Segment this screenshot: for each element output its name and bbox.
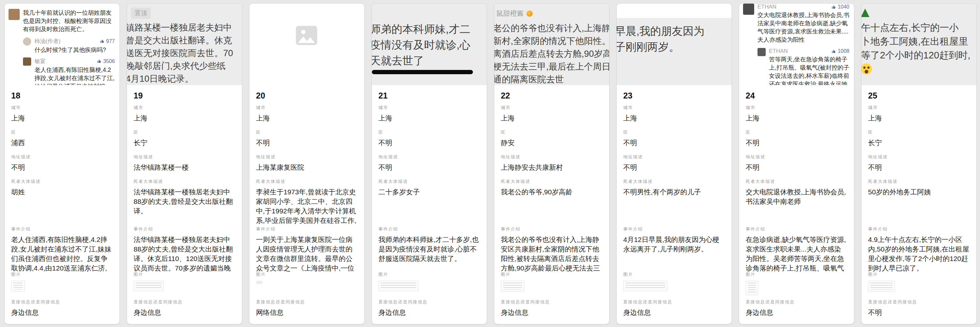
field-label-deceased: 死者大体描述 <box>134 179 235 185</box>
field-address: 地址描述 不明 <box>868 154 970 179</box>
field-label-address: 地址描述 <box>746 154 847 160</box>
field-label-address: 地址描述 <box>379 154 480 160</box>
cover-reply-comment: ETHAN1008苦等两天,坐在急诊角落的椅子上,打吊瓶、吸氧气(被封控的子女设… <box>757 48 850 85</box>
like-count: 3506 <box>103 59 115 64</box>
field-value-direct: 身边信息 <box>623 308 725 317</box>
field-label-city: 城市 <box>11 105 113 111</box>
tree-icon <box>862 8 869 17</box>
field-image: 图片 <box>501 271 603 299</box>
field-label-deceased: 死者大体描述 <box>868 179 970 185</box>
cover-text-line: 送医无对接医院而去世。70 <box>127 47 240 60</box>
death-record-card[interactable]: 早晨,我的朋友因为子刚刚两岁。 23 城市 上海 区 不明 地址描述 不明 死者… <box>617 3 732 324</box>
card-content: 20 城市 上海 区 不明 地址描述 上海某康复医院 死者大体描述 李昶生于19… <box>250 85 364 324</box>
field-city: 城市 上海 <box>11 105 113 129</box>
commenter-name: ETHAN <box>757 3 776 10</box>
field-deceased: 死者大体描述 法华镇路某楼一楼独居老夫妇中88岁的丈夫,曾经是交大出版社翻译。 <box>134 179 235 226</box>
comment-text: 老人住浦西,有陈旧性脑梗,4.2摔跤,女儿被封在浦东过不了江,妹妹们虽住浦西但也… <box>35 66 115 85</box>
cover-text-line: 卜地务工阿姨,在出租屋里 <box>862 35 974 48</box>
field-image: 图片 <box>379 271 480 299</box>
field-district: 区 长宁 <box>134 129 235 154</box>
field-deceased: 死者大体描述 交大电院退休教授,上海书协会员,书法家吴中南老师 <box>746 179 847 226</box>
field-event: 事件介绍 我师弟的本科师妹,才二十多岁,也是因为疫情没有及时就诊,心脏不舒服送医… <box>379 226 480 271</box>
crying-face-icon <box>862 63 872 75</box>
field-district: 区 不明 <box>623 129 725 154</box>
field-deceased: 死者大体描述 不明男性,有个两岁的儿子 <box>623 179 725 226</box>
field-deceased: 死者大体描述 我老公的爷爷,90岁高龄 <box>501 179 603 226</box>
field-event: 事件介绍 法华镇路某楼一楼独居老夫妇中88岁的丈夫,曾经是交大出版社翻译。休克后… <box>134 226 235 271</box>
field-value-event: 我老公的爷爷也没有计入,上海静安区共康新村,全家阴的情况下他阳性,被转去隔离酒店… <box>501 235 603 273</box>
death-record-card[interactable]: ETHAN1040交大电院退休教授,上海书协会员,书法家吴中南老师在急诊病逝,缺… <box>739 3 854 324</box>
field-value-deceased: 二十多岁女子 <box>379 187 480 197</box>
crying-emoji-line <box>862 62 974 78</box>
death-record-card[interactable]: 我几十年前就认识的一位胡姓朋友也是因为封控、核酸检测等原因没有得到及时救治而死亡… <box>5 3 119 324</box>
field-city: 城市 上海 <box>746 105 847 129</box>
field-value-deceased: 50岁的外地务工阿姨 <box>868 187 970 197</box>
field-label-event: 事件介绍 <box>11 226 113 232</box>
field-address: 地址描述 上海静安去共康新村 <box>501 154 603 179</box>
field-direct: 直接信息还是间接信息 身边信息 <box>379 299 480 317</box>
field-city: 城市 上海 <box>379 105 480 129</box>
card-number: 22 <box>501 90 603 105</box>
field-value-address: 不明 <box>868 163 970 172</box>
cover-text-line: 晚敲邻居门,央求代少些纸 <box>127 60 240 73</box>
field-label-direct: 直接信息还是间接信息 <box>11 299 113 305</box>
card-cover: 置顶镇路某楼一楼独居老夫妇中曾是交大出版社翻译。休克送医无对接医院而去世。70晚… <box>127 3 242 85</box>
cover-text-line: 疫情没有及时就诊,心 <box>372 37 485 53</box>
field-label-deceased: 死者大体描述 <box>623 179 725 185</box>
image-thumbnail <box>623 281 668 291</box>
card-grid: 我几十年前就认识的一位胡姓朋友也是因为封控、核酸检测等原因没有得到及时救治而死亡… <box>0 0 980 324</box>
cover-text-line: 曾是交大出版社翻译。休克 <box>127 34 240 47</box>
field-value-deceased: 交大电院退休教授,上海书协会员,书法家吴中南老师 <box>746 187 847 206</box>
image-thumbnail <box>746 281 758 295</box>
cover-text-line: 天就去世了 <box>372 53 485 69</box>
field-image: 图片 <box>256 271 358 299</box>
field-image: 图片 <box>623 271 725 299</box>
cover-author-name: 鼠甜橙酱 <box>496 9 524 18</box>
death-record-card[interactable]: 鼠甜橙酱老公的爷爷也没有计入,上海静新村,全家阴的情况下他阳性。离酒店后差点转去… <box>494 3 609 324</box>
field-direct: 直接信息还是间接信息 身边信息 <box>134 299 235 317</box>
field-image: 图片 <box>134 271 235 299</box>
pinned-badge: 置顶 <box>131 8 151 19</box>
tree-emoji-line <box>862 7 974 21</box>
field-label-address: 地址描述 <box>868 154 970 160</box>
field-direct: 直接信息还是间接信息 身边信息 <box>623 299 725 317</box>
death-record-card[interactable]: 午十点左右,长宁的一小卜地务工阿姨,在出租屋里等了2个小时的120赶到时, 25… <box>862 3 977 324</box>
card-content: 24 城市 上海 区 不明 地址描述 不明 死者大体描述 交大电院退休教授,上海… <box>739 85 854 324</box>
field-label-deceased: 死者大体描述 <box>11 179 113 185</box>
field-district: 区 不明 <box>256 129 358 154</box>
commenter-avatar <box>23 57 31 65</box>
field-value-event: 一则关于上海某康复医院一位病人因疫情管理无人护理而去世的文章在微信群里流转。最早… <box>256 235 358 273</box>
image-thumbnail <box>134 281 164 291</box>
field-address: 地址描述 上海某康复医院 <box>256 154 358 179</box>
field-district: 区 浦西 <box>11 129 113 154</box>
like-count: 1008 <box>838 48 850 54</box>
field-label-district: 区 <box>11 129 113 135</box>
death-record-card[interactable]: 置顶镇路某楼一楼独居老夫妇中曾是交大出版社翻译。休克送医无对接医院而去世。70晚… <box>127 3 242 324</box>
field-city: 城市 上海 <box>256 105 358 129</box>
death-record-card[interactable]: 20 城市 上海 区 不明 地址描述 上海某康复医院 死者大体描述 李昶生于19… <box>250 3 364 324</box>
image-thumbnail <box>868 281 895 292</box>
field-value-address: 不明 <box>11 163 113 172</box>
card-content: 25 城市 上海 区 长宁 地址描述 不明 死者大体描述 50岁的外地务工阿姨 … <box>862 85 977 324</box>
field-value-direct: 不明 <box>868 308 970 317</box>
cover-text: 镇路某楼一楼独居老夫妇中曾是交大出版社翻译。休克送医无对接医院而去世。70晚敲邻… <box>127 19 242 85</box>
field-city: 城市 上海 <box>623 105 725 129</box>
commenter-avatar <box>23 37 31 46</box>
card-number: 18 <box>11 90 113 105</box>
death-record-card[interactable]: 师弟的本科师妹,才二疫情没有及时就诊,心天就去世了 21 城市 上海 区 不明 … <box>372 3 487 324</box>
field-label-event: 事件介绍 <box>256 226 358 232</box>
field-label-event: 事件介绍 <box>134 226 235 232</box>
cover-reply-comment: 柿油(作者)977什么时候?生了其他疾病吗? <box>23 37 115 54</box>
field-district: 区 不明 <box>379 129 480 154</box>
like-icon <box>831 5 836 10</box>
field-label-direct: 直接信息还是间接信息 <box>746 299 847 305</box>
field-value-district: 不明 <box>256 138 358 147</box>
field-value-city: 上海 <box>256 113 358 123</box>
field-value-direct: 身边信息 <box>134 308 235 317</box>
field-address: 地址描述 法华镇路某楼一楼 <box>134 154 235 179</box>
field-image: 图片 <box>746 271 847 299</box>
cover-text: 师弟的本科师妹,才二疫情没有及时就诊,心天就去世了 <box>372 3 487 74</box>
cover-text-line: 等了2个小时的120赶到时, <box>862 48 974 62</box>
field-value-deceased: 法华镇路某楼一楼独居老夫妇中88岁的丈夫,曾经是交大出版社翻译。 <box>134 187 235 216</box>
field-value-event: 4月12日早晨,我的朋友因为心梗永远离开了,儿子刚刚两岁。 <box>623 235 725 254</box>
